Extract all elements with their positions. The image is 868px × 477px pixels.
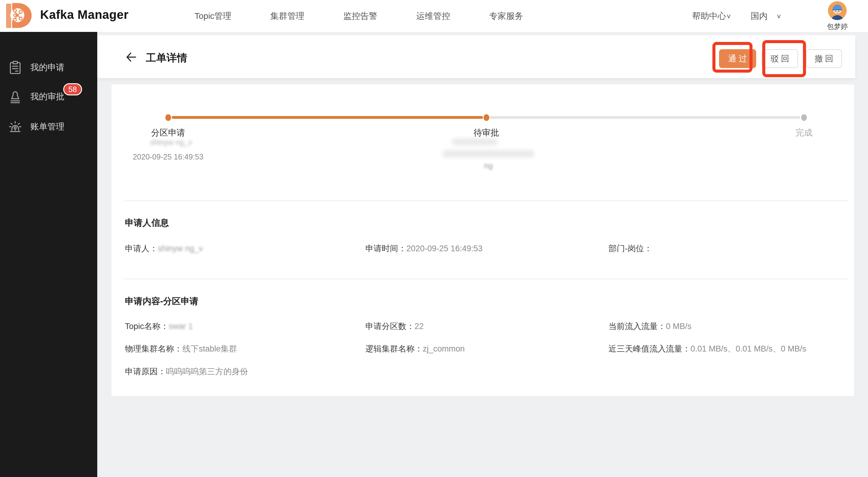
- sidebar-item-label: 账单管理: [30, 121, 64, 132]
- step-label-pending-approval: 待审批: [473, 127, 499, 138]
- approve-button[interactable]: 通 过: [719, 49, 756, 68]
- reject-button[interactable]: 驳 回: [762, 49, 798, 68]
- region-label: 国内: [751, 10, 768, 22]
- field-applicant: 申请人：shinyw ng_v: [125, 243, 203, 254]
- avatar: [828, 1, 847, 20]
- nav-item-monitor[interactable]: 监控告警: [343, 10, 377, 22]
- nav-item-cluster[interactable]: 集群管理: [270, 10, 304, 22]
- back-arrow-icon[interactable]: [125, 51, 138, 64]
- chevron-down-icon: ∨: [776, 12, 782, 20]
- field-label: 申请时间：: [365, 244, 406, 253]
- field-value: 0 MB/s: [666, 322, 691, 331]
- field-label: 逻辑集群名称：: [365, 344, 423, 353]
- sidebar-item-label: 我的申请: [30, 62, 64, 73]
- field-label: 申请人：: [125, 244, 158, 253]
- field-value: 2020-09-25 16:49:53: [406, 244, 483, 253]
- field-label: Topic名称：: [125, 322, 169, 331]
- step-dot-partition-request: [165, 114, 171, 121]
- field-peak-inflow: 近三天峰值流入流量：0.01 MB/s、0.01 MB/s、0 MB/s: [609, 343, 806, 354]
- field-topic-name: Topic名称：swar 1: [125, 321, 193, 332]
- work-order-detail-card: 分区申请 待审批 完成 shinyw ng_v 2020-09-25 16:49…: [112, 85, 854, 396]
- alarm-icon: [8, 119, 23, 134]
- step-dot-pending-approval: [484, 114, 489, 121]
- sidebar-item-my-applications[interactable]: 我的申请: [0, 57, 97, 78]
- field-value-redacted: shinyw ng_v: [158, 244, 203, 253]
- step-label-complete: 完成: [795, 127, 812, 138]
- field-label: 物理集群名称：: [125, 344, 182, 353]
- nav-item-ops[interactable]: 运维管控: [416, 10, 450, 22]
- section-title-request-content: 申请内容-分区申请: [125, 295, 198, 308]
- step-dot-complete: [801, 114, 807, 121]
- field-label: 申请原因：: [125, 367, 166, 376]
- user-name: 包梦婷: [822, 22, 852, 31]
- sidebar-item-label: 我的审批: [30, 91, 64, 102]
- kafka-manager-logo-icon: [5, 2, 33, 29]
- page-title: 工单详情: [146, 51, 187, 65]
- field-value: 线下stable集群: [182, 344, 237, 353]
- field-label: 近三天峰值流入流量：: [609, 344, 690, 353]
- app-title: Kafka Manager: [40, 8, 129, 22]
- nav-item-topic[interactable]: Topic管理: [194, 10, 231, 22]
- redacted-text-line: [443, 150, 534, 157]
- field-department-post: 部门-岗位：: [609, 243, 652, 254]
- field-value-redacted: swar 1: [169, 322, 193, 331]
- field-label: 申请分区数：: [365, 322, 414, 331]
- top-navbar: Kafka Manager Topic管理 集群管理 监控告警 运维管控 专家服…: [0, 0, 868, 32]
- chevron-down-icon: ∨: [726, 12, 732, 20]
- field-apply-time: 申请时间：2020-09-25 16:49:53: [365, 243, 483, 254]
- main-nav: Topic管理 集群管理 监控告警 运维管控 专家服务: [194, 0, 523, 32]
- redacted-text-line: [452, 138, 498, 145]
- step-apply-time: 2020-09-25 16:49:53: [133, 153, 203, 161]
- progress-line-done: [172, 116, 483, 119]
- field-label: 当前流入流量：: [609, 322, 666, 331]
- sidebar-item-billing[interactable]: 账单管理: [0, 116, 97, 138]
- clipboard-icon: [8, 60, 23, 75]
- sidebar-item-my-approvals[interactable]: 我的审批 58: [0, 86, 97, 107]
- region-selector[interactable]: 国内∨: [751, 0, 782, 32]
- field-apply-reason: 申请原因：呜呜呜呜第三方的身份: [125, 366, 248, 377]
- approvals-count-badge: 58: [63, 83, 82, 95]
- withdraw-button[interactable]: 撤 回: [806, 49, 842, 68]
- field-logical-cluster: 逻辑集群名称：zj_common: [365, 343, 465, 354]
- field-partition-count: 申请分区数：22: [365, 321, 424, 332]
- field-physical-cluster: 物理集群名称：线下stable集群: [125, 343, 237, 354]
- nav-item-expert[interactable]: 专家服务: [489, 10, 523, 22]
- help-center-label: 帮助中心: [692, 10, 726, 22]
- divider: [124, 200, 848, 201]
- progress-line-pending: [490, 116, 800, 119]
- field-value: 22: [414, 322, 424, 331]
- field-value: 呜呜呜呜第三方的身份: [166, 367, 248, 376]
- step-applicant-name-redacted: shinyw ng_v: [150, 138, 192, 147]
- kafka-manager-app: Kafka Manager Topic管理 集群管理 监控告警 运维管控 专家服…: [0, 0, 868, 477]
- stamp-icon: [8, 89, 23, 104]
- help-center-menu[interactable]: 帮助中心∨: [692, 0, 732, 32]
- redacted-text-fragment: ng: [484, 161, 493, 170]
- step-label-partition-request: 分区申请: [151, 127, 185, 138]
- sidebar: 我的申请 我的审批 58: [0, 32, 97, 477]
- user-profile[interactable]: 包梦婷: [822, 1, 852, 31]
- divider: [124, 279, 848, 279]
- field-value: 0.01 MB/s、0.01 MB/s、0 MB/s: [690, 344, 806, 353]
- field-value: zj_common: [423, 344, 465, 353]
- section-title-applicant-info: 申请人信息: [125, 217, 169, 229]
- field-current-inflow: 当前流入流量：0 MB/s: [609, 321, 691, 332]
- field-label: 部门-岗位：: [609, 244, 652, 253]
